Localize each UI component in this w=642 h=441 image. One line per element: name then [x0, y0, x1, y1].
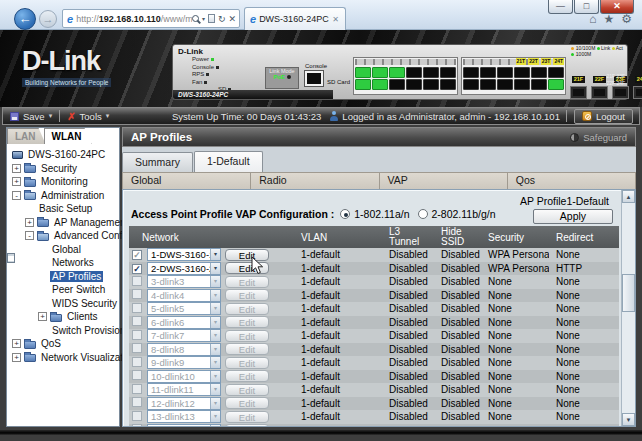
chevron-down-icon: ▾ [210, 249, 220, 260]
network-select[interactable]: 4-dlink4▾ [147, 289, 221, 302]
scroll-down-icon[interactable]: ▼ [622, 413, 635, 426]
faceplate-right: 10/100M Link Act 1000M 21F22F23F24F 21F … [566, 45, 627, 99]
rj45-port [423, 79, 439, 90]
network-select[interactable]: 10-dlink10▾ [147, 370, 221, 383]
tab-close-icon[interactable]: ✕ [330, 15, 341, 24]
network-select[interactable]: 2-DWS-3160-2▾ [147, 262, 221, 275]
safeguard-badge: Safeguard [570, 132, 635, 143]
row-checkbox[interactable] [132, 330, 142, 340]
settings-gear-icon[interactable]: ⚙ [621, 12, 632, 26]
logout-button[interactable]: Logout [574, 109, 633, 124]
tree-item-global[interactable]: Global [10, 243, 119, 257]
forward-button[interactable]: → [39, 10, 57, 28]
network-select[interactable]: 6-dlink6▾ [147, 316, 221, 329]
subtab-radio[interactable]: Radio [251, 173, 379, 189]
rj45-port [389, 79, 405, 90]
hide-ssid-value: Disabled [429, 290, 481, 301]
row-checkbox[interactable] [132, 384, 142, 394]
apply-button[interactable]: Apply [533, 209, 613, 224]
tab-title[interactable]: DWS-3160-24PC [259, 14, 330, 24]
row-checkbox[interactable] [132, 370, 142, 380]
sidebar-tab-lan[interactable]: LAN [7, 128, 46, 144]
network-select[interactable]: 7-dlink7▾ [147, 329, 221, 342]
tree-item-dws-3160-24pc[interactable]: DWS-3160-24PC [10, 148, 119, 162]
scroll-up-icon[interactable]: ▲ [622, 190, 635, 203]
network-select[interactable]: 11-dlink11▾ [147, 383, 221, 396]
expand-icon[interactable]: + [12, 164, 21, 173]
sfp-cage [612, 86, 629, 99]
tree-item-monitoring[interactable]: +Monitoring [10, 175, 119, 189]
expand-icon[interactable]: + [12, 339, 21, 348]
browser-tab[interactable]: e DWS-3160-24PC ✕ [244, 7, 346, 30]
search-dropdown-icon[interactable]: ▾ [202, 15, 205, 22]
row-checkbox[interactable] [132, 316, 142, 326]
save-icon [10, 112, 19, 121]
rj45-port [497, 67, 513, 78]
tree-item-advanced-configuration[interactable]: -Advanced Configuration [10, 229, 119, 243]
back-button[interactable]: ← [14, 8, 36, 30]
row-checkbox[interactable] [132, 303, 142, 313]
collapse-icon[interactable]: - [25, 231, 34, 240]
tree-item-ap-management[interactable]: +AP Management [10, 216, 119, 230]
tree-item-clients[interactable]: +Clients [10, 310, 119, 324]
network-select[interactable]: 3-dlink3▾ [147, 275, 221, 288]
expand-icon[interactable]: + [25, 218, 34, 227]
network-select[interactable]: 12-dlink12▾ [147, 397, 221, 410]
rj45-port [355, 67, 371, 78]
tree-item-wids-security[interactable]: WIDS Security [10, 297, 119, 311]
tree-item-peer-switch[interactable]: Peer Switch [10, 283, 119, 297]
row-checkbox[interactable] [132, 357, 142, 367]
expand-icon[interactable]: + [12, 177, 21, 186]
network-select[interactable]: 1-DWS-3160-1▾ [147, 248, 221, 261]
row-checkbox[interactable] [132, 424, 142, 427]
row-checkbox[interactable] [132, 411, 142, 421]
vertical-scrollbar[interactable]: ▲ ▼ [621, 190, 635, 426]
subtab-qos[interactable]: Qos [508, 173, 635, 189]
network-select[interactable]: 8-dlink8▾ [147, 343, 221, 356]
stop-icon[interactable]: ✕ [228, 14, 236, 24]
edit-cell: Edit [223, 411, 273, 423]
radio-label-1-802-11a-n: 1-802.11a/n [354, 208, 409, 220]
tree-item-ap-profiles[interactable]: AP Profiles [10, 270, 119, 284]
tree-item-basic-setup[interactable]: Basic Setup [10, 202, 119, 216]
tab-1-default[interactable]: 1-Default [194, 151, 263, 172]
tree-item-switch-provisioning[interactable]: Switch Provisioning [10, 324, 119, 338]
row-checkbox[interactable] [132, 276, 142, 286]
url-text[interactable]: http://192.168.10.110/www/main.html [76, 14, 192, 24]
tree-item-qos[interactable]: +QoS [10, 337, 119, 351]
row-checkbox[interactable] [132, 289, 142, 299]
radio-1-802-11a-n[interactable] [340, 209, 350, 219]
table-row: 9-dlink9▾Edit1-defaultDisabledDisabledNo… [129, 356, 619, 370]
network-select[interactable]: 9-dlink9▾ [147, 356, 221, 369]
minimize-button[interactable]: — [548, 0, 573, 14]
row-checkbox[interactable]: ✓ [132, 250, 142, 260]
subtab-global[interactable]: Global [123, 173, 251, 189]
sidebar-tab-wlan[interactable]: WLAN [44, 128, 92, 144]
expand-icon[interactable]: + [38, 312, 47, 321]
subtab-vap[interactable]: VAP [380, 173, 508, 189]
favorites-star-icon[interactable]: ★ [603, 12, 614, 26]
network-select[interactable]: 14-dlink14▾ [147, 424, 221, 427]
expand-icon[interactable]: + [12, 353, 21, 362]
webui-toolbar: Save ▾ ✗ Tools ▾ System Up Time: 00 Days… [2, 107, 640, 125]
compatibility-icon[interactable] [208, 14, 215, 23]
address-bar[interactable]: e http://192.168.10.110/www/main.html ▾ … [62, 9, 240, 28]
save-menu[interactable]: Save ▾ [3, 111, 59, 122]
tree-item-administration[interactable]: -Administration [10, 189, 119, 203]
tools-menu[interactable]: ✗ Tools ▾ [60, 111, 116, 122]
tree-item-networks[interactable]: Networks [10, 256, 119, 270]
row-checkbox[interactable] [132, 397, 142, 407]
home-icon[interactable]: ⌂ [589, 12, 596, 26]
row-checkbox[interactable] [132, 343, 142, 353]
tree-item-security[interactable]: +Security [10, 162, 119, 176]
row-checkbox[interactable]: ✓ [132, 264, 142, 274]
scrollbar-thumb[interactable] [622, 274, 635, 312]
radio-2-802-11b-g-n[interactable] [418, 209, 428, 219]
collapse-icon[interactable]: - [12, 191, 21, 200]
search-icon[interactable] [192, 15, 199, 22]
network-select[interactable]: 13-dlink13▾ [147, 410, 221, 423]
tree-item-network-visualization[interactable]: +Network Visualization [10, 351, 119, 365]
network-select[interactable]: 5-dlink5▾ [147, 302, 221, 315]
tab-summary[interactable]: Summary [122, 152, 193, 172]
refresh-icon[interactable]: ↻ [218, 14, 226, 24]
